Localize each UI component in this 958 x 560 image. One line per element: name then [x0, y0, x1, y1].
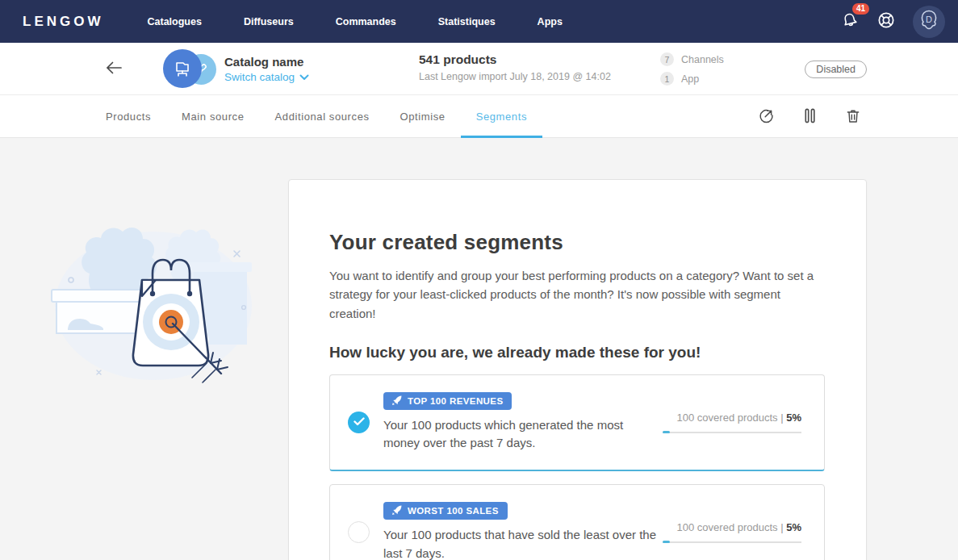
lengow-logo[interactable]: LENGOW — [23, 14, 104, 30]
coverage-progressbar — [663, 541, 801, 543]
notification-badge: 41 — [852, 3, 869, 15]
main-navigation: Catalogues Diffuseurs Commandes Statisti… — [148, 16, 563, 27]
segment-description: Your 100 products which generated the mo… — [383, 416, 650, 453]
back-button[interactable] — [102, 57, 126, 81]
segment-radio-checked[interactable] — [348, 412, 370, 433]
help-button[interactable] — [876, 10, 897, 33]
catalog-name: Catalog name — [224, 55, 309, 69]
page-subtitle: How lucky you are, we already made these… — [329, 344, 826, 361]
pause-button[interactable] — [802, 107, 818, 127]
top-navbar: LENGOW Catalogues Diffuseurs Commandes S… — [0, 0, 958, 43]
coverage-progress-fill — [663, 431, 670, 433]
products-count: 541 products — [419, 52, 611, 67]
tab-main-source[interactable]: Main source — [166, 95, 259, 137]
export-button[interactable] — [758, 107, 775, 127]
coverage-percent: 5% — [786, 521, 801, 533]
catalog-header: Catalog name Switch catalog 541 products… — [0, 43, 958, 95]
svg-text:D: D — [926, 15, 932, 24]
distribution-counts: 7 Channels 1 App — [660, 52, 724, 86]
user-avatar[interactable]: D — [913, 6, 945, 38]
catalog-source-icon — [163, 49, 202, 88]
segment-description: Your 100 products that have sold the lea… — [383, 526, 663, 560]
coverage-progress-fill — [663, 541, 670, 543]
page-title: Your created segments — [329, 230, 826, 255]
segment-coverage: 100 covered products | 5% — [663, 521, 801, 543]
channels-count-row: 7 Channels — [660, 52, 724, 66]
coverage-progressbar — [663, 432, 801, 433]
last-import-date: Last Lengow import July 18, 2019 @ 14:02 — [419, 71, 611, 82]
nav-item-apps[interactable]: Apps — [538, 16, 563, 27]
segment-card-worst-100-sales[interactable]: WORST 100 SALES Your 100 products that h… — [329, 484, 825, 560]
channels-count-badge: 7 — [660, 52, 674, 66]
rocket-icon — [392, 395, 402, 407]
app-label: App — [681, 73, 699, 85]
back-arrow-icon — [105, 65, 123, 77]
catalog-avatar — [163, 49, 216, 88]
nav-item-diffuseurs[interactable]: Diffuseurs — [244, 16, 294, 27]
chevron-down-icon — [299, 71, 309, 83]
avatar-icon: D — [915, 6, 943, 36]
nav-item-statistiques[interactable]: Statistiques — [438, 16, 496, 27]
page-intro: You want to identify and group your best… — [329, 266, 825, 323]
coverage-label: 100 covered products | — [677, 521, 784, 533]
channels-label: Channels — [681, 54, 724, 65]
app-count-row: 1 App — [660, 72, 724, 86]
segment-coverage: 100 covered products | 5% — [663, 412, 801, 433]
tab-segments[interactable]: Segments — [461, 95, 542, 137]
nav-item-commandes[interactable]: Commandes — [336, 16, 396, 27]
coverage-label: 100 covered products | — [677, 412, 784, 424]
segments-page: Your created segments You want to identi… — [0, 138, 958, 560]
app-count-badge: 1 — [660, 72, 674, 86]
export-icon — [758, 107, 775, 127]
segment-badge: WORST 100 SALES — [383, 502, 508, 520]
check-icon — [353, 415, 365, 429]
switch-catalog-label: Switch catalog — [224, 71, 295, 83]
segment-badge: TOP 100 REVENUES — [383, 392, 512, 410]
tab-products[interactable]: Products — [90, 95, 166, 137]
delete-button[interactable] — [845, 107, 861, 127]
notifications-button[interactable]: 41 — [840, 10, 860, 32]
segment-badge-label: WORST 100 SALES — [408, 506, 499, 516]
coverage-percent: 5% — [786, 412, 801, 424]
catalog-tabs: Products Main source Additional sources … — [90, 95, 542, 137]
segments-card: Your created segments You want to identi… — [288, 179, 867, 560]
lifebuoy-icon — [876, 10, 897, 33]
tab-additional-sources[interactable]: Additional sources — [260, 95, 385, 137]
segment-badge-label: TOP 100 REVENUES — [408, 396, 503, 406]
switch-catalog-link[interactable]: Switch catalog — [224, 71, 309, 83]
pause-icon — [802, 107, 818, 127]
segment-radio-unchecked[interactable] — [348, 521, 370, 543]
trash-icon — [845, 107, 861, 127]
rocket-icon — [392, 505, 402, 516]
nav-item-catalogues[interactable]: Catalogues — [148, 16, 202, 27]
segment-card-top-100-revenues[interactable]: TOP 100 REVENUES Your 100 products which… — [329, 374, 825, 471]
catalog-tabs-row: Products Main source Additional sources … — [0, 95, 958, 138]
status-disabled-button[interactable]: Disabled — [805, 61, 867, 78]
segments-illustration — [50, 211, 258, 390]
tab-optimise[interactable]: Optimise — [385, 95, 461, 137]
